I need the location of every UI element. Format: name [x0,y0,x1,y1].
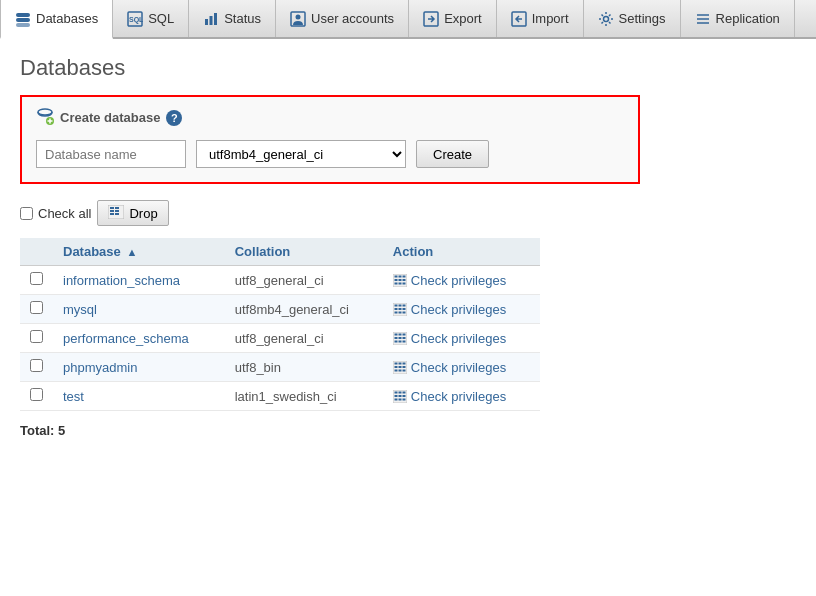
check-privileges-link[interactable]: Check privileges [393,389,530,404]
create-db-title: Create database ? [36,107,624,128]
row-checkbox-cell [20,353,53,382]
nav-user-accounts-label: User accounts [311,11,394,26]
database-link[interactable]: mysql [63,302,97,317]
table-row: performance_schema utf8_general_ci [20,324,540,353]
database-link[interactable]: performance_schema [63,331,189,346]
nav-databases[interactable]: Databases [0,0,113,39]
svg-point-9 [296,14,301,19]
row-checkbox[interactable] [30,330,43,343]
nav-settings[interactable]: Settings [584,0,681,37]
nav-replication[interactable]: Replication [681,0,795,37]
sort-asc-icon: ▲ [126,246,137,258]
action-row: Check all Drop [20,200,796,226]
drop-button[interactable]: Drop [97,200,168,226]
create-button[interactable]: Create [416,140,489,168]
svg-rect-44 [394,311,397,313]
check-privileges-link[interactable]: Check privileges [393,273,530,288]
table-row: phpmyadmin utf8_bin [20,353,540,382]
check-privileges-link[interactable]: Check privileges [393,331,530,346]
svg-rect-6 [210,16,213,25]
svg-rect-72 [398,395,401,397]
svg-rect-48 [394,333,397,335]
svg-rect-65 [398,369,401,371]
check-privileges-link[interactable]: Check privileges [393,360,530,375]
create-database-box: Create database ? utf8mb4_general_ci utf… [20,95,640,184]
svg-rect-28 [394,275,397,277]
row-action: Check privileges [383,266,540,295]
svg-rect-53 [402,337,405,339]
databases-icon [15,11,31,27]
row-checkbox[interactable] [30,272,43,285]
col-action-label: Action [393,244,433,259]
svg-rect-58 [394,362,397,364]
check-privileges-icon [393,303,407,316]
nav-export[interactable]: Export [409,0,497,37]
check-privileges-icon [393,390,407,403]
page-title: Databases [20,55,796,81]
help-icon[interactable]: ? [166,110,182,126]
row-checkbox-cell [20,324,53,353]
svg-rect-45 [398,311,401,313]
database-link[interactable]: test [63,389,84,404]
svg-rect-51 [394,337,397,339]
row-checkbox[interactable] [30,359,43,372]
col-collation: Collation [225,238,383,266]
import-icon [511,11,527,27]
row-db-name: phpmyadmin [53,353,225,382]
row-checkbox[interactable] [30,301,43,314]
svg-rect-7 [214,13,217,25]
row-collation: utf8_general_ci [225,266,383,295]
row-checkbox-cell [20,266,53,295]
svg-rect-66 [402,369,405,371]
svg-rect-26 [115,213,119,215]
svg-rect-39 [398,304,401,306]
col-collation-label: Collation [235,244,291,259]
total-count: Total: 5 [20,423,796,438]
svg-point-16 [38,109,52,115]
database-link[interactable]: phpmyadmin [63,360,137,375]
svg-rect-42 [398,308,401,310]
settings-icon [598,11,614,27]
svg-rect-24 [115,210,119,212]
nav-sql[interactable]: SQL SQL [113,0,189,37]
user-icon [290,11,306,27]
database-name-input[interactable] [36,140,186,168]
table-row: mysql utf8mb4_general_ci [20,295,540,324]
svg-point-12 [603,16,608,21]
check-all-checkbox[interactable] [20,207,33,220]
svg-rect-64 [394,369,397,371]
check-all-label[interactable]: Check all [20,206,91,221]
svg-rect-25 [110,213,114,215]
svg-rect-21 [110,207,114,209]
nav-import[interactable]: Import [497,0,584,37]
svg-rect-1 [16,18,30,22]
table-header-row: Database ▲ Collation Action [20,238,540,266]
collation-select[interactable]: utf8mb4_general_ci utf8_general_ci latin… [196,140,406,168]
table-row: test latin1_swedish_ci [20,382,540,411]
col-action: Action [383,238,540,266]
svg-rect-2 [16,23,30,27]
svg-rect-46 [402,311,405,313]
nav-status[interactable]: Status [189,0,276,37]
row-checkbox-cell [20,382,53,411]
database-link[interactable]: information_schema [63,273,180,288]
row-checkbox[interactable] [30,388,43,401]
row-db-name: test [53,382,225,411]
col-database[interactable]: Database ▲ [53,238,225,266]
svg-rect-32 [398,279,401,281]
databases-table: Database ▲ Collation Action information_… [20,238,540,411]
svg-rect-40 [402,304,405,306]
nav-user-accounts[interactable]: User accounts [276,0,409,37]
check-privileges-link[interactable]: Check privileges [393,302,530,317]
svg-rect-36 [402,282,405,284]
nav-replication-label: Replication [716,11,780,26]
svg-rect-30 [402,275,405,277]
check-all-text: Check all [38,206,91,221]
row-collation: utf8_general_ci [225,324,383,353]
svg-rect-62 [398,366,401,368]
nav-sql-label: SQL [148,11,174,26]
export-icon [423,11,439,27]
svg-rect-43 [402,308,405,310]
svg-rect-31 [394,279,397,281]
drop-icon [108,205,124,222]
